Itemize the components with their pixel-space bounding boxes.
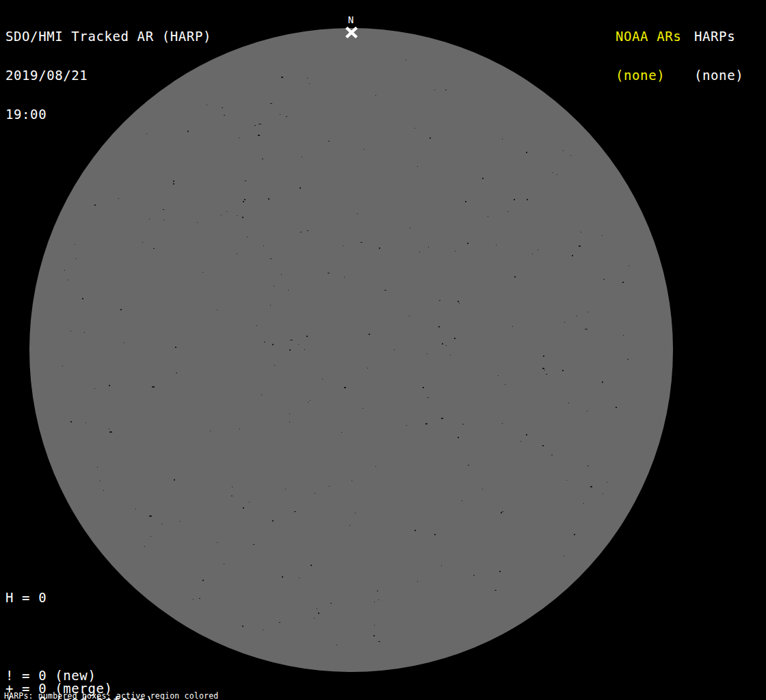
footer-caption: HARPs: numbered boxes; active region col… [4, 675, 287, 700]
harp-count-line: H = 0 [5, 591, 162, 604]
noaa-ars-label: NOAA ARs [616, 30, 681, 43]
harps-value: (none) [694, 69, 743, 82]
noaa-ars-value: (none) [616, 69, 681, 82]
north-pole-x-marker [345, 27, 358, 38]
noaa-ars-status: NOAA ARs (none) [616, 4, 681, 108]
north-label: N [341, 15, 360, 25]
harps-status: HARPs (none) [694, 4, 743, 108]
title-block: SDO/HMI Tracked AR (HARP) 2019/08/21 19:… [5, 4, 211, 147]
legend-gap [5, 630, 162, 643]
time-label: 19:00 [5, 108, 211, 121]
date-label: 2019/08/21 [5, 69, 211, 82]
page-title: SDO/HMI Tracked AR (HARP) [5, 30, 211, 43]
footer-harps-caption: HARPs: numbered boxes; active region col… [4, 692, 287, 700]
harp-tracking-view: N SDO/HMI Tracked AR (HARP) 2019/08/21 1… [0, 0, 766, 700]
harps-label: HARPs [694, 30, 743, 43]
